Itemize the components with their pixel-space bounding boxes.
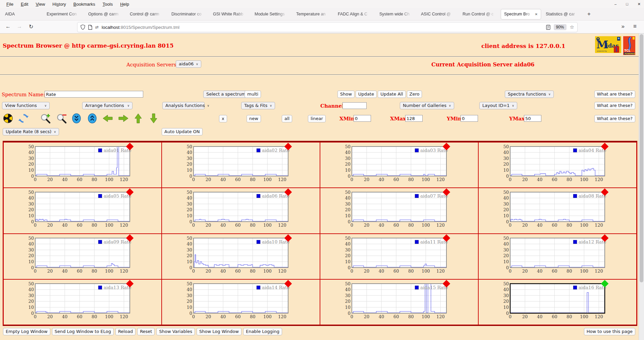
permissions-icon[interactable]: ⇄ [95,25,99,30]
menu-edit[interactable]: Edit [17,2,32,7]
how-to-use-button[interactable]: How to use this page [584,328,635,335]
tab-statistics-car[interactable]: Statistics @ car [543,9,582,19]
spectrum-plot[interactable]: 01020304050020406080100120 aida01 Rate [24,145,141,187]
spectrum-plot[interactable]: 01020304050020406080100120 aida02 Rate [182,145,300,187]
reload-button[interactable]: ↻ [29,23,33,30]
x-axis-button[interactable]: x [219,115,227,122]
empty-log-window-button[interactable]: Empty Log Window [3,328,50,335]
view-functions-dropdown[interactable]: View functions∨ [2,102,50,109]
linear-button[interactable]: linear [308,115,326,122]
arrow-up-icon[interactable] [134,113,142,123]
what-are-these-button-row2[interactable]: What are these? [594,102,635,109]
forward-button[interactable]: → [17,23,22,30]
gallery-cell-aida09-rate[interactable]: 01020304050020406080100120 aida09 Rate [3,234,162,279]
gallery-cell-aida03-rate[interactable]: 01020304050020406080100120 aida03 Rate [320,142,478,188]
reset-button[interactable]: Reset [137,328,155,335]
tab-close-icon[interactable]: ✕ [535,12,538,16]
tab-gsi-white-rabb[interactable]: GSI White Rabb [210,9,250,19]
reload-button[interactable]: Reload [115,328,136,335]
tab-experiment-con[interactable]: Experiment Con [44,9,83,19]
toolbar-overflow-icon[interactable]: » [622,23,625,30]
gallery-cell-aida02-rate[interactable]: 01020304050020406080100120 aida02 Rate [162,142,320,188]
shield-icon[interactable] [80,24,85,30]
zoom-in-icon[interactable] [40,113,51,124]
ymax-input[interactable] [524,115,541,122]
xmax-input[interactable] [405,115,423,122]
show-log-window-button[interactable]: Show Log Window [197,328,241,335]
tab-control-carm[interactable]: Control @ carm [127,9,166,19]
gallery-cell-aida13-rate[interactable]: 01020304050020406080100120 aida13 Rate [3,279,162,325]
minimize-button[interactable]: – [614,2,616,6]
spectrum-plot[interactable]: 01020304050020406080100120 aida12 Rate [499,236,616,278]
spectrum-plot[interactable]: 01020304050020406080100120 aida13 Rate [24,282,141,324]
new-tab-button[interactable]: + [584,9,594,19]
spectrum-plot[interactable]: 01020304050020406080100120 aida08 Rate [499,190,616,232]
spectra-functions-dropdown[interactable]: Spectra functions∨ [505,91,554,98]
tab-fadc-align-c[interactable]: FADC Align & C [335,9,374,19]
tags-fits-dropdown[interactable]: Tags & Fits∨ [241,102,275,109]
tab-aida[interactable]: AIDA [2,9,42,19]
page-icon[interactable] [88,25,92,30]
spectrum-plot[interactable]: 01020304050020406080100120 aida14 Rate [182,282,300,324]
update-all-button[interactable]: Update All [378,91,406,98]
gallery-cell-aida15-rate[interactable]: 01020304050020406080100120 aida15 Rate [320,279,478,325]
gallery-cell-aida14-rate[interactable]: 01020304050020406080100120 aida14 Rate [162,279,320,325]
ymin-input[interactable] [461,115,478,122]
menu-help[interactable]: Help [116,2,133,7]
update-button[interactable]: Update [356,91,377,98]
tab-options-carm[interactable]: Options @ carm [85,9,125,19]
send-log-window-to-elog-button[interactable]: Send Log Window to ELog [52,328,114,335]
new-button[interactable]: new [247,115,261,122]
layout-id-dropdown[interactable]: Layout ID=1∨ [479,102,517,109]
tab-system-wide-ch[interactable]: System wide Ch [376,9,416,19]
what-are-these-button-row1[interactable]: What are these? [594,91,635,98]
gallery-cell-aida10-rate[interactable]: 01020304050020406080100120 aida10 Rate [162,234,320,279]
bookmark-star-icon[interactable]: ☆ [570,24,574,30]
arrow-down-icon[interactable] [150,113,158,123]
show-variables-button[interactable]: Show Variables [156,328,195,335]
spectrum-plot[interactable]: 01020304050020406080100120 aida16 Rate [499,282,616,324]
url-bar[interactable]: ⇄ localhost:8015/Spectrum/Spectrum.tml 9… [77,22,578,32]
spectrum-plot[interactable]: 01020304050020406080100120 aida07 Rate [340,190,458,232]
tab-module-settings[interactable]: Module Settings [252,9,291,19]
spectrum-plot[interactable]: 01020304050020406080100120 aida05 Rate [24,190,141,232]
channel-input[interactable] [342,102,367,109]
spectrum-plot[interactable]: 01020304050020406080100120 aida10 Rate [182,236,300,278]
tab-discriminator-co[interactable]: Discriminator co [168,9,208,19]
scrollbar-thumb[interactable] [640,34,643,282]
tab-spectrum-bro[interactable]: Spectrum Bro✕ [501,9,541,19]
menu-tools[interactable]: Tools [99,2,116,7]
spectrum-plot[interactable]: 01020304050020406080100120 aida11 Rate [340,236,458,278]
reader-mode-icon[interactable] [546,25,550,30]
gallery-cell-aida05-rate[interactable]: 01020304050020406080100120 aida05 Rate [3,188,162,233]
zero-button[interactable]: Zero [407,91,422,98]
auto-update-button[interactable]: Auto Update ON [162,128,203,135]
gallery-cell-aida04-rate[interactable]: 01020304050020406080100120 aida04 Rate [478,142,637,188]
maximize-button[interactable]: □ [626,2,628,6]
back-button[interactable]: ← [5,23,11,30]
arrow-left-icon[interactable] [103,114,113,122]
spectrum-plot[interactable]: 01020304050020406080100120 aida04 Rate [499,145,616,187]
gallery-cell-aida06-rate[interactable]: 01020304050020406080100120 aida06 Rate [162,188,320,233]
zoom-level-badge[interactable]: 90% [554,24,567,30]
analysis-functions-dropdown[interactable]: Analysis functions∨ [162,102,205,109]
scrollbar[interactable] [639,34,644,340]
menu-file[interactable]: File [3,2,17,7]
radiation-icon[interactable] [3,114,13,123]
arrow-right-icon[interactable] [118,114,128,122]
xmin-input[interactable] [354,115,371,122]
spectrum-plot[interactable]: 01020304050020406080100120 aida06 Rate [182,190,300,232]
tab-run-control-c[interactable]: Run Control @ c [460,9,499,19]
all-button[interactable]: all [282,115,292,122]
app-menu-icon[interactable]: ≡ [633,23,637,30]
menu-history[interactable]: History [49,2,69,7]
update-rate-dropdown[interactable]: Update Rate (8 secs)∨ [3,128,59,135]
scroll-down-icon[interactable] [72,113,81,123]
url-text[interactable]: localhost:8015/Spectrum/Spectrum.tml [102,25,179,30]
menu-bookmarks[interactable]: Bookmarks [70,2,99,7]
multi-button[interactable]: multi [245,91,261,98]
tab-asic-control[interactable]: ASIC Control @ [418,9,458,19]
gallery-cell-aida11-rate[interactable]: 01020304050020406080100120 aida11 Rate [320,234,478,279]
spectrum-plot[interactable]: 01020304050020406080100120 aida15 Rate [340,282,458,324]
acquisition-server-select[interactable]: aida06∨ [176,60,201,68]
